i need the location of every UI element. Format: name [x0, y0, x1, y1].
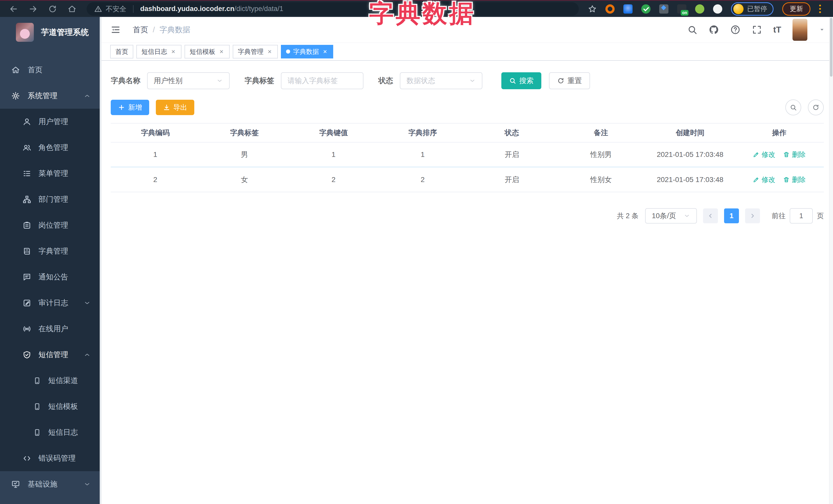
chevron-down-icon[interactable]: [819, 26, 825, 33]
goto-page-input[interactable]: [790, 208, 813, 223]
tab-label: 短信日志: [142, 47, 167, 56]
close-icon[interactable]: [322, 48, 328, 56]
sidebar-item-sms[interactable]: 短信管理: [0, 342, 101, 368]
url-path: /dict/type/data/1: [235, 5, 284, 13]
cell-label: 男: [200, 150, 289, 160]
address-bar[interactable]: 不安全 dashboard.yudao.iocoder.cn /dict/typ…: [87, 2, 579, 16]
sidebar-item-audit-log[interactable]: 审计日志: [0, 290, 101, 316]
user-avatar[interactable]: [792, 19, 807, 41]
extension-icon-bars[interactable]: [659, 4, 668, 14]
refresh-table-button[interactable]: [808, 99, 824, 115]
sidebar-item-users[interactable]: 用户管理: [0, 109, 101, 135]
extension-icon-check[interactable]: [641, 4, 650, 14]
sidebar-item-notice[interactable]: 通知公告: [0, 264, 101, 290]
extension-icon-paw[interactable]: [713, 4, 722, 14]
sidebar-logo-row[interactable]: 芋道管理系统: [0, 17, 101, 48]
sidebar-item-label: 用户管理: [0, 117, 68, 127]
delete-link[interactable]: 删除: [783, 150, 806, 159]
sidebar-item-roles[interactable]: 角色管理: [0, 135, 101, 161]
reset-button[interactable]: 重置: [549, 72, 590, 89]
sidebar-menu: 首页 系统管理 用户管理 角色管理 菜单管理: [0, 57, 101, 497]
dict-name-select[interactable]: 用户性别: [147, 72, 230, 89]
cell-sort: 1: [378, 150, 467, 159]
sidebar-item-infra[interactable]: 基础设施: [0, 471, 101, 497]
search-button[interactable]: 搜索: [501, 72, 541, 89]
cell-created: 2021-01-05 17:03:48: [646, 150, 735, 159]
edit-label: 修改: [761, 175, 775, 184]
status-select[interactable]: 数据状态: [400, 72, 482, 89]
page-content: 字典名称 用户性别 字典标签 状态 数据状态 搜索: [101, 61, 833, 504]
sidebar-item-depts[interactable]: 部门管理: [0, 186, 101, 212]
delete-label: 删除: [792, 175, 806, 184]
sidebar-item-menus[interactable]: 菜单管理: [0, 161, 101, 186]
export-button[interactable]: 导出: [156, 100, 194, 115]
help-icon[interactable]: [730, 25, 740, 35]
add-button[interactable]: 新增: [111, 100, 149, 115]
font-size-icon[interactable]: tT: [773, 25, 781, 34]
tab-home[interactable]: 首页: [110, 45, 133, 58]
tab-dict-manage[interactable]: 字典管理: [233, 45, 278, 58]
sidebar-item-posts[interactable]: 岗位管理: [0, 212, 101, 238]
cell-remark: 性别男: [556, 150, 646, 160]
download-icon: [163, 104, 170, 111]
dict-name-label: 字典名称: [111, 76, 140, 86]
sidebar-item-error-codes[interactable]: 错误码管理: [0, 445, 101, 471]
search-icon[interactable]: [687, 25, 697, 35]
dict-label-input[interactable]: [288, 77, 357, 85]
security-label: 不安全: [105, 4, 126, 14]
browser-profile-chip[interactable]: 已暂停: [731, 2, 774, 16]
edit-link[interactable]: 修改: [753, 150, 775, 159]
extension-icon-ubuntu[interactable]: [605, 4, 615, 14]
sidebar-item-system[interactable]: 系统管理: [0, 83, 101, 109]
page-number-1[interactable]: 1: [724, 209, 739, 223]
sidebar-toggle-icon[interactable]: [110, 25, 121, 34]
home-icon[interactable]: [68, 5, 76, 13]
prev-page-button[interactable]: [703, 209, 718, 223]
dict-label-label: 字典标签: [244, 76, 274, 86]
close-icon[interactable]: [170, 48, 176, 56]
tab-label: 短信模板: [190, 47, 215, 56]
breadcrumb: 首页 / 字典数据: [133, 25, 190, 35]
phone-icon: [33, 377, 41, 385]
phone-icon: [33, 403, 41, 410]
sidebar-item-home[interactable]: 首页: [0, 57, 101, 83]
close-icon[interactable]: [266, 48, 273, 56]
extension-icon-switch[interactable]: on: [677, 4, 686, 14]
sidebar-item-dict[interactable]: 字典管理: [0, 238, 101, 264]
forward-icon[interactable]: [29, 5, 38, 13]
close-icon[interactable]: [218, 48, 224, 56]
page-scrollbar[interactable]: [829, 17, 833, 504]
delete-link[interactable]: 删除: [783, 175, 806, 184]
page-unit-label: 页: [817, 211, 824, 220]
sidebar-item-sms-template[interactable]: 短信模板: [0, 393, 101, 419]
table-tools: [785, 99, 824, 115]
table-row: 2 女 2 2 开启 性别女 2021-01-05 17:03:48 修改: [111, 167, 824, 192]
tab-sms-template[interactable]: 短信模板: [185, 45, 230, 58]
col-header: 字典键值: [289, 128, 378, 138]
page-size-select[interactable]: 10条/页: [645, 208, 697, 223]
next-page-button[interactable]: [745, 209, 760, 223]
fullscreen-icon[interactable]: [752, 25, 762, 35]
toggle-search-button[interactable]: [785, 99, 801, 115]
sidebar-item-label: 字典管理: [0, 246, 68, 256]
sidebar-item-sms-log[interactable]: 短信日志: [0, 419, 101, 445]
tab-sms-log[interactable]: 短信日志: [136, 45, 182, 58]
edit-link[interactable]: 修改: [753, 175, 775, 184]
browser-menu-icon[interactable]: [819, 5, 821, 13]
github-icon[interactable]: [709, 25, 719, 35]
breadcrumb-home[interactable]: 首页: [133, 25, 148, 35]
top-navbar: 首页 / 字典数据 tT: [101, 17, 833, 43]
chevron-down-icon: [216, 77, 223, 84]
bookmark-star-icon[interactable]: [588, 5, 597, 13]
extension-icon-leaf[interactable]: [695, 4, 704, 14]
sidebar-item-sms-channel[interactable]: 短信渠道: [0, 368, 101, 393]
sidebar-item-online-users[interactable]: 在线用户: [0, 316, 101, 342]
extension-icon-gem[interactable]: [623, 4, 633, 14]
sidebar-scrollbar[interactable]: [100, 17, 101, 504]
cell-actions: 修改 删除: [735, 175, 824, 184]
chevron-up-icon: [84, 92, 91, 99]
browser-update-button[interactable]: 更新: [782, 2, 810, 16]
reload-icon[interactable]: [48, 5, 57, 13]
back-icon[interactable]: [9, 5, 18, 13]
tab-dict-data[interactable]: 字典数据: [281, 45, 333, 58]
